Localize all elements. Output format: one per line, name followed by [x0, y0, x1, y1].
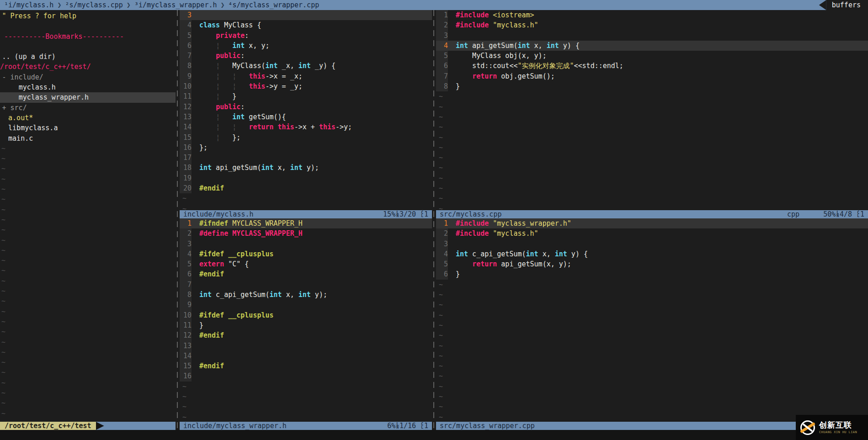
- empty-line-tilde: ~: [436, 112, 868, 122]
- code-line[interactable]: 18int api_getSum(int x, int y);: [180, 163, 432, 173]
- code-line[interactable]: 3: [180, 10, 432, 20]
- empty-line-tilde: ~: [436, 173, 868, 183]
- window-separator-left[interactable]: [176, 10, 180, 430]
- command-line[interactable]: [0, 430, 868, 440]
- tree-item-src-dir[interactable]: + src/: [0, 103, 176, 113]
- code-line[interactable]: 14 ¦ ¦ return this->x + this->y;: [180, 122, 432, 132]
- code-line[interactable]: 6 std::cout<<"实例化对象完成"<<std::endl;: [436, 61, 868, 71]
- code-line[interactable]: 6#endif: [180, 269, 432, 279]
- code-line[interactable]: 9: [180, 300, 432, 310]
- code-line[interactable]: 13: [180, 341, 432, 351]
- code-text: std::cout<<"实例化对象完成"<<std::endl;: [456, 61, 623, 71]
- code-token: _x,: [278, 62, 298, 70]
- code-line[interactable]: 3: [436, 31, 868, 41]
- code-token: this: [319, 123, 335, 131]
- code-token: :: [240, 103, 245, 111]
- empty-line-tilde: ~: [180, 402, 432, 412]
- code-line[interactable]: 5 return api_getSum(x, y);: [436, 259, 868, 269]
- code-line[interactable]: 15 ¦ };: [180, 133, 432, 143]
- code-line[interactable]: 1#include "myclass_wrapper.h": [436, 218, 868, 228]
- empty-line-tilde: ~: [436, 102, 868, 112]
- code-line[interactable]: 2#include "myclass.h": [436, 228, 868, 239]
- code-text: #define MYCLASS_WRAPPER_H: [199, 228, 303, 239]
- tree-item-up-dir[interactable]: .. (up a dir): [0, 52, 176, 62]
- line-number: 3: [180, 239, 192, 249]
- tree-item-include-dir[interactable]: - include/: [0, 72, 176, 82]
- line-number: 1: [436, 218, 448, 228]
- code-line[interactable]: 8int c_api_getSum(int x, int y);: [180, 290, 432, 300]
- tree-item-myclass-h[interactable]: myclass.h: [0, 82, 176, 92]
- tab-buffer-2[interactable]: ²s/myclass.cpp: [63, 1, 125, 9]
- code-line[interactable]: 10#ifdef __cplusplus: [180, 310, 432, 320]
- code-line[interactable]: 10 ¦ ¦ this->y = _y;: [180, 81, 432, 91]
- tab-buffer-1[interactable]: ¹i/myclass.h: [2, 1, 56, 9]
- code-line[interactable]: 16};: [180, 143, 432, 153]
- code-token: [220, 82, 232, 90]
- code-line[interactable]: 1#ifndef MYCLASS_WRAPPER_H: [180, 218, 432, 228]
- statusline-line-position: 1/16: [399, 422, 416, 430]
- code-token: x, y;: [245, 42, 269, 50]
- line-number: 11: [180, 91, 192, 101]
- tree-item-libmyclass-a[interactable]: libmyclass.a: [0, 123, 176, 133]
- code-line[interactable]: 4int api_getSum(int x, int y) {: [436, 41, 868, 51]
- code-token: y);: [303, 164, 319, 172]
- code-line[interactable]: 3: [180, 239, 432, 249]
- code-token: #include: [456, 229, 489, 238]
- code-line[interactable]: 9 ¦ ¦ this->x = _x;: [180, 71, 432, 81]
- code-token: #include: [456, 219, 489, 228]
- tab-buffer-3[interactable]: ³i/myclass_wrapper.h: [132, 1, 219, 9]
- code-line[interactable]: 14: [180, 351, 432, 361]
- code-text: #endif: [199, 361, 224, 371]
- line-number: 2: [436, 20, 448, 30]
- code-line[interactable]: 2#include "myclass.h": [436, 20, 868, 30]
- code-line[interactable]: 4int c_api_getSum(int x, int y) {: [436, 249, 868, 259]
- nerdtree-file-tree: " Press ? for help----------Bookmarks---…: [0, 10, 176, 422]
- code-line[interactable]: 5 private:: [180, 31, 432, 41]
- code-token: #ifndef: [199, 219, 228, 228]
- code-line[interactable]: 7 public:: [180, 51, 432, 61]
- code-line[interactable]: 19: [180, 173, 432, 183]
- code-token: MyClass(: [220, 62, 265, 70]
- tree-item-a-out[interactable]: a.out*: [0, 113, 176, 123]
- tab-buffer-4[interactable]: ⁴s/myclass_wrapper.cpp: [226, 1, 322, 9]
- code-line[interactable]: 13 ¦ int getSum(){: [180, 112, 432, 122]
- code-line[interactable]: 11}: [180, 320, 432, 330]
- code-line[interactable]: 5 MyClass obj(x, y);: [436, 51, 868, 61]
- code-token: "myclass.h": [493, 229, 538, 238]
- code-line[interactable]: 2#define MYCLASS_WRAPPER_H: [180, 228, 432, 239]
- code-line[interactable]: 11 ¦ }: [180, 91, 432, 101]
- code-line[interactable]: 15#endif: [180, 361, 432, 371]
- empty-line-tilde: ~: [436, 163, 868, 173]
- code-token: extern: [199, 260, 224, 268]
- empty-line-tilde: ~: [0, 327, 176, 337]
- tree-item-main-c[interactable]: main.c: [0, 133, 176, 143]
- code-line[interactable]: 12#endif: [180, 330, 432, 340]
- code-line[interactable]: 7: [180, 280, 432, 290]
- empty-line-tilde: ~: [0, 265, 176, 276]
- code-line[interactable]: 4#ifdef __cplusplus: [180, 249, 432, 259]
- code-line[interactable]: 3: [436, 239, 868, 249]
- empty-line-tilde: ~: [0, 408, 176, 419]
- code-line[interactable]: 12 public:: [180, 102, 432, 112]
- code-line[interactable]: 8}: [436, 81, 868, 91]
- code-line[interactable]: 1#include <iostream>: [436, 10, 868, 20]
- code-line[interactable]: 17: [180, 153, 432, 163]
- tree-bookmarks-header[interactable]: ----------Bookmarks----------: [0, 32, 176, 42]
- empty-line-tilde: ~: [0, 215, 176, 225]
- code-line[interactable]: 6}: [436, 269, 868, 279]
- code-line[interactable]: 8 ¦ MyClass(int _x, int _y) {: [180, 61, 432, 71]
- editor-main: " Press ? for help----------Bookmarks---…: [0, 10, 868, 430]
- line-number: 17: [180, 153, 192, 163]
- code-line[interactable]: 20#endif: [180, 183, 432, 193]
- code-line[interactable]: 6 ¦ int x, y;: [180, 41, 432, 51]
- code-line[interactable]: 7 return obj.getSum();: [436, 71, 868, 81]
- tree-root-path[interactable]: /root/test/c_c++/test/: [0, 62, 176, 72]
- code-line[interactable]: 16: [180, 371, 432, 381]
- tree-help-line[interactable]: " Press ? for help: [0, 11, 176, 21]
- code-line[interactable]: 4class MyClass {: [180, 20, 432, 30]
- line-number: 5: [180, 259, 192, 269]
- tree-item-myclass-wrapper-h[interactable]: myclass_wrapper.h: [0, 92, 176, 102]
- code-line[interactable]: 5extern "C" {: [180, 259, 432, 269]
- line-number: 8: [180, 61, 192, 71]
- window-separator-right[interactable]: [432, 10, 436, 430]
